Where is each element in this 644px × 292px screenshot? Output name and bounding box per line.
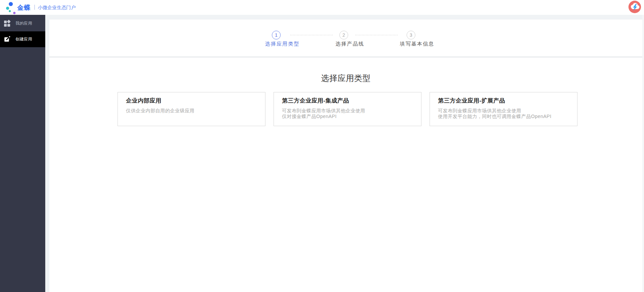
sidebar-item-label: 我的应用	[16, 21, 32, 26]
card-title: 企业内部应用	[126, 97, 257, 105]
step-3-circle: 3	[407, 31, 415, 39]
portal-title: 小微企业生态门户	[38, 5, 76, 11]
brand-separator: |	[34, 4, 35, 10]
main-panel: 1 2 3 选择应用类型 选择产品线 填写基本信息 选择应用类型 企业内部应用 …	[49, 20, 642, 292]
logo-dot-blue	[9, 2, 13, 6]
brand-name: 金蝶	[17, 3, 31, 12]
card-description: 可发布到金蝶应用市场供其他企业使用 使用开发平台能力，同时也可调用金蝶产品Ope…	[438, 108, 569, 119]
sidebar-item-create-app[interactable]: 创建应用	[0, 31, 45, 47]
card-description: 仅供企业内部自用的企业级应用	[126, 108, 257, 113]
apps-grid-icon	[4, 20, 10, 27]
step-3-label: 填写基本信息	[400, 41, 434, 47]
wizard-stepper: 1 2 3 选择应用类型 选择产品线 填写基本信息	[257, 31, 436, 51]
step-2-circle: 2	[339, 31, 348, 39]
step-1-label: 选择应用类型	[265, 41, 300, 47]
user-avatar[interactable]	[628, 1, 641, 13]
card-description: 可发布到金蝶应用市场供其他企业使用 仅对接金蝶产品OpenAPI	[282, 108, 413, 119]
card-internal-app[interactable]: 企业内部应用 仅供企业内部自用的企业级应用	[118, 92, 265, 126]
app-type-cards: 企业内部应用 仅供企业内部自用的企业级应用 第三方企业应用-集成产品 可发布到金…	[49, 92, 642, 126]
step-connector-2	[355, 35, 398, 35]
sidebar-item-label: 创建应用	[16, 36, 32, 42]
logo-dot-teal	[6, 7, 9, 10]
stepper-section: 1 2 3 选择应用类型 选择产品线 填写基本信息	[49, 20, 642, 57]
card-thirdparty-extended[interactable]: 第三方企业应用-扩展产品 可发布到金蝶应用市场供其他企业使用 使用开发平台能力，…	[430, 92, 577, 126]
edit-icon	[4, 36, 10, 42]
card-thirdparty-integrated[interactable]: 第三方企业应用-集成产品 可发布到金蝶应用市场供其他企业使用 仅对接金蝶产品Op…	[274, 92, 421, 126]
page-title: 选择应用类型	[49, 73, 642, 84]
step-2-label: 选择产品线	[336, 41, 364, 47]
scrollbar-track[interactable]	[642, 15, 644, 292]
app-header: 金蝶 | 小微企业生态门户	[0, 0, 644, 15]
step-1-circle: 1	[272, 31, 281, 39]
logo-dot-small	[9, 10, 11, 12]
sidebar-item-my-apps[interactable]: 我的应用	[0, 16, 45, 31]
card-title: 第三方企业应用-集成产品	[282, 97, 413, 105]
card-title: 第三方企业应用-扩展产品	[438, 97, 569, 105]
step-connector-1	[290, 35, 333, 35]
sidebar-nav: 我的应用 创建应用	[0, 15, 45, 292]
logo-dot-purple	[13, 12, 16, 14]
